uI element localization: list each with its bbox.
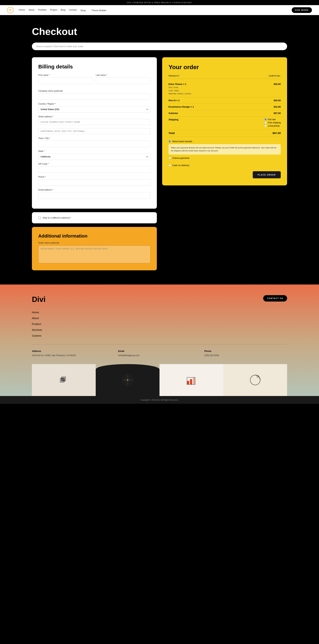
subtotal-row: Subtotal $67.00 <box>168 110 281 116</box>
footer-phone-col: Phone (255) 352-6258 <box>204 350 287 357</box>
footer-nav-careers[interactable]: Careers <box>32 334 287 337</box>
company-label: Company name (optional) <box>38 90 150 92</box>
payment-check[interactable]: Check payments <box>168 157 281 159</box>
order-header: PRODUCT SUBTOTAL <box>168 75 281 79</box>
street-label: Street address * <box>38 116 150 118</box>
billing-title: Billing details <box>38 64 150 70</box>
coupon-bar[interactable]: Have a coupon? Click here to enter your … <box>32 42 287 50</box>
shipping-local[interactable]: Local pickup <box>264 124 281 127</box>
ship-different-label[interactable]: Ship to a different address? <box>38 216 150 219</box>
header-left: D Home About Portfolio Project Blog Cont… <box>7 7 109 13</box>
zip-input[interactable] <box>38 166 150 173</box>
logo-icon[interactable]: D <box>7 7 14 13</box>
footer-info: Address 1234 Divi St. #1000, San Francis… <box>32 350 287 357</box>
nav-about[interactable]: About <box>28 8 34 12</box>
shipping-label: Shipping <box>168 118 178 121</box>
footer-top: Divi CONTACT US <box>32 295 287 304</box>
phone-value: (255) 352-6258 <box>204 354 287 357</box>
country-select[interactable]: United States (US) <box>38 106 150 112</box>
footer-bottom: Copyright © 2023 Divi. All Rights Reserv… <box>0 396 319 404</box>
shipping-free[interactable]: Free shipping <box>264 122 281 124</box>
left-column: Billing details First name * Last name *… <box>32 57 157 270</box>
name-row: First name * Last name * <box>38 74 150 87</box>
first-name-input[interactable] <box>38 78 93 84</box>
squares-illustration <box>57 373 71 387</box>
order-item-3: Ecommerce Design × 1 $12.00 <box>168 104 281 110</box>
shipping-options: Flat rate Free shipping Local pickup <box>264 118 281 128</box>
shipping-free-radio[interactable] <box>264 122 267 124</box>
barchart-illustration <box>184 373 198 387</box>
street-group: Street address * <box>38 116 150 134</box>
town-group: Town / City * <box>38 137 150 147</box>
ship-different-checkbox[interactable] <box>38 216 41 219</box>
phone-group: Phone * <box>38 176 150 186</box>
payment-cash-radio[interactable] <box>168 164 171 166</box>
town-input[interactable] <box>38 140 150 147</box>
copyright-text: Copyright © 2023 Divi. All Rights Reserv… <box>141 399 178 401</box>
additional-info-card: Additional information Order notes (opti… <box>32 227 157 270</box>
email-input[interactable] <box>38 192 150 199</box>
order-card: Your order PRODUCT SUBTOTAL Extra Theme … <box>162 57 287 186</box>
zip-label: ZIP Code * <box>38 163 150 165</box>
nav-theme-builder[interactable]: Theme Builder ▾ <box>92 8 109 12</box>
subtotal-label: Subtotal <box>168 112 178 114</box>
svg-rect-9 <box>187 381 189 384</box>
email-heading: Email <box>118 350 201 352</box>
nav-home[interactable]: Home <box>19 8 25 12</box>
state-group: State * California <box>38 150 150 160</box>
last-name-input[interactable] <box>96 78 151 84</box>
additional-title: Additional information <box>38 233 150 239</box>
order-title: Your order <box>168 64 281 70</box>
state-select[interactable]: California <box>38 154 150 160</box>
product-price-2: $20.00 <box>274 99 281 102</box>
phone-input[interactable] <box>38 179 150 186</box>
payment-check-radio[interactable] <box>168 157 171 159</box>
company-input[interactable] <box>38 93 150 100</box>
shipping-local-radio[interactable] <box>264 124 267 127</box>
payment-bank-radio[interactable] <box>168 140 171 142</box>
subtotal-col-header: SUBTOTAL <box>269 75 281 77</box>
footer-logo: Divi <box>32 295 46 304</box>
order-item-2: Divi AI × 1 $20.00 <box>168 97 281 104</box>
shipping-flat-rate[interactable]: Flat rate <box>264 118 281 121</box>
nav-shop[interactable]: Shop ▾ <box>80 8 88 12</box>
contact-us-button[interactable]: CONTACT US <box>263 295 287 302</box>
order-notes-textarea[interactable] <box>38 246 150 263</box>
last-name-label: Last name * <box>96 74 151 76</box>
footer-nav: Home About Product Services Careers <box>32 311 287 337</box>
checkout-grid: Billing details First name * Last name *… <box>32 57 287 270</box>
footer-nav-product[interactable]: Product <box>32 322 287 326</box>
footer-nav-home[interactable]: Home <box>32 311 287 314</box>
our-work-button[interactable]: OUR WORK <box>292 7 312 13</box>
payment-cash[interactable]: Cash on delivery <box>168 164 281 167</box>
footer-nav-about[interactable]: About <box>32 316 287 320</box>
apt-input[interactable] <box>38 128 150 134</box>
place-order-button[interactable]: PLACE ORDER <box>253 171 281 178</box>
payment-bank-transfer[interactable]: Direct bank transfer <box>168 140 281 143</box>
order-item-1: Extra Theme × 1 Size: smallColor: blackM… <box>168 81 281 97</box>
svg-rect-2 <box>61 378 65 382</box>
illustration-panel-4 <box>223 364 287 396</box>
phone-label: Phone * <box>38 176 150 178</box>
shipping-flat-rate-radio[interactable] <box>264 118 267 120</box>
illustration-panel-3 <box>160 364 223 396</box>
svg-rect-10 <box>190 379 192 384</box>
footer-nav-services[interactable]: Services <box>32 328 287 331</box>
nav-blog[interactable]: Blog <box>61 8 66 12</box>
nav-project[interactable]: Project <box>50 8 57 12</box>
shipping-row: Shipping Flat rate Free shipping Local p… <box>168 116 281 130</box>
product-name-1: Extra Theme × 1 <box>168 83 191 86</box>
nav-contact[interactable]: Contact <box>69 8 77 12</box>
product-col-header: PRODUCT <box>168 75 179 77</box>
product-price-1: $35.00 <box>274 83 281 86</box>
billing-card: Billing details First name * Last name *… <box>32 57 157 209</box>
bank-transfer-detail: Make your payment directly into our bank… <box>168 144 281 154</box>
street-input[interactable] <box>38 119 150 125</box>
footer-email-col: Email hello@diviagency.com <box>118 350 201 357</box>
footer-divider <box>32 344 287 344</box>
email-group: Email address * <box>38 188 150 199</box>
nav-portfolio[interactable]: Portfolio <box>38 8 46 12</box>
illustration-panel-1 <box>32 364 96 396</box>
state-label: State * <box>38 150 150 152</box>
product-details-1: Size: smallColor: blackMaterials: leathe… <box>168 86 191 95</box>
